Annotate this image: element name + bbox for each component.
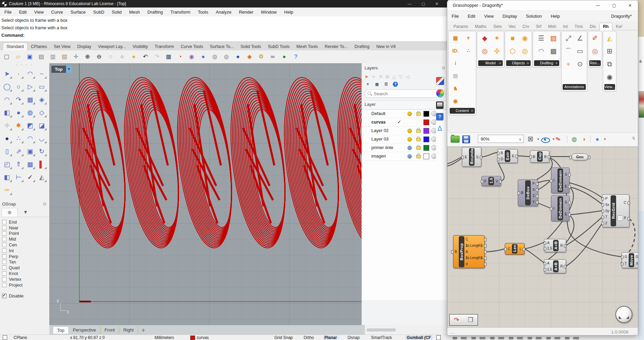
toolbar-tab[interactable]: Visibility [129,43,151,50]
toolbar-tool-icon[interactable]: ○ [118,53,126,61]
tool-palette-icon[interactable]: ◡ [37,133,47,144]
zoom-level-select[interactable]: 90% ∨ [478,135,524,143]
status-bar-pane[interactable]: Grid Snap [274,335,293,340]
tool-palette-icon[interactable]: ◠ [25,68,35,79]
canvas-navigation-ball[interactable] [615,306,632,323]
display-color-tab-icon[interactable] [436,89,444,97]
gh-menu-item[interactable]: Solution [521,14,546,19]
layer-name[interactable]: Layer 02 [371,128,389,133]
tool-palette-icon[interactable]: ▦ [25,159,35,170]
layer-row[interactable]: imagen ✓ [362,152,436,161]
box-tool-icon[interactable]: ❒ [468,316,473,324]
tool-palette-icon[interactable]: ◈ [37,94,47,105]
tool-palette-icon[interactable]: ~ [37,68,47,79]
tool-palette-icon[interactable]: ◠ [25,133,35,144]
toolbar-tool-icon[interactable]: ▤ [37,53,45,61]
ribbon-icon[interactable]: ◭ [605,33,614,43]
osnap-checkbox-item[interactable]: Vertex [2,276,49,282]
gh-category-tab[interactable]: Int [560,23,571,30]
gh-category-tab[interactable]: Srf [532,23,545,30]
osnap-checkbox-item[interactable]: Project [2,282,49,288]
layer-row[interactable]: Default ✓ [362,110,436,118]
ribbon-group-label[interactable]: View... [604,84,615,90]
tool-palette-icon[interactable]: ◰ [2,159,12,170]
ribbon-group-label[interactable]: Objects✛ [506,60,531,66]
toolbar-tool-icon[interactable]: ▥ [49,53,57,61]
layers-horizontal-scrollbar[interactable] [367,328,396,331]
rhino-command-area[interactable]: Select objects to frame with a box Selec… [0,16,448,42]
osnap-checkbox-item[interactable]: Quad [2,265,49,271]
tool-palette-icon[interactable]: ◪ [37,120,47,131]
viewport-title[interactable]: Top [51,66,66,73]
layer-lock-icon[interactable] [416,155,421,158]
tool-palette-icon[interactable]: ↷ [14,94,24,105]
gh-node-cap[interactable]: B Cap B [530,150,549,163]
status-bar-pane[interactable]: Osnap [348,335,359,340]
command-prompt[interactable]: Command: [0,31,448,39]
layer-material-icon[interactable] [431,153,436,159]
layers-tool-icon[interactable]: ☰ [384,82,389,87]
gh-node-addition[interactable]: A1.5 A+B R [544,259,566,273]
open-file-icon[interactable] [451,136,460,143]
ribbon-icon[interactable]: ◎ [480,46,489,56]
layer-lock-icon[interactable] [416,112,421,116]
toolbar-tool-icon[interactable]: ✛ [72,53,80,61]
tool-palette-icon[interactable]: ◇ [37,107,47,118]
tool-palette-icon[interactable]: ● [2,133,12,144]
viewport-title-dropdown[interactable]: ▼ [66,65,72,73]
ribbon-icon[interactable]: ⌒ [564,46,573,56]
osnap-checkbox-item[interactable]: Point [2,231,49,237]
layer-material-icon[interactable] [431,128,436,133]
gh-node-addition[interactable]: A1.5 A+B R [544,239,566,252]
layer-material-icon[interactable] [431,111,436,116]
ribbon-group-label[interactable]: Annotations [563,84,586,90]
status-bar-pane[interactable]: Millimeters [155,335,174,340]
toolbar-tool-icon[interactable]: ▣ [26,53,33,61]
toolbar-tool-icon[interactable]: ◍ [223,53,230,61]
ribbon-icon[interactable]: ▼ [464,33,473,43]
gh-category-tab[interactable]: Rh [599,23,613,30]
ribbon-icon[interactable]: ◎ [520,46,530,56]
toolbar-tab[interactable]: Display [74,43,95,50]
ribbon-icon[interactable]: ✣ [492,46,502,56]
layer-visibility-bulb-icon[interactable] [407,129,412,133]
osnap-checkbox-item[interactable]: Knot [2,271,49,276]
toolbar-tool-icon[interactable]: ⚙ [257,53,265,61]
ribbon-icon[interactable]: ▭ [575,46,585,56]
layer-material-icon[interactable] [431,119,436,125]
chevron-down-icon[interactable]: ▾ [601,135,609,143]
layer-visibility-bulb-icon[interactable] [407,112,412,116]
tool-palette-icon[interactable]: ⇑ [14,159,24,170]
layer-color-swatch[interactable] [423,153,429,159]
layer-row[interactable]: curvas ✓ [362,118,436,127]
display-panel-tab-icon[interactable] [436,101,444,109]
gh-document-menu[interactable]: Dragonfly* [611,14,632,19]
ribbon-icon[interactable]: ◎ [590,46,600,56]
ribbon-icon[interactable]: ◉ [451,96,460,106]
ribbon-icon[interactable]: ✐ [590,33,600,43]
ribbon-icon[interactable]: ☰ [536,33,546,43]
toolbar-tab[interactable]: Surface To... [207,43,237,50]
osnap-disable-checkbox[interactable]: Disable [2,293,49,298]
ribbon-icon[interactable]: ✶ [492,33,502,43]
viewport-tab[interactable]: Front [100,326,119,334]
ribbon-icon[interactable]: ⊞ [605,46,614,56]
status-filter-icon[interactable] [436,335,441,340]
chevron-down-icon[interactable]: ▾ [534,135,542,143]
layer-name[interactable]: Layer 03 [371,136,389,142]
osnap-checkbox-item[interactable]: Cen [2,242,49,248]
ribbon-group-label[interactable]: Content✛ [450,108,475,114]
toolbar-tool-icon[interactable]: ◆ [246,53,253,61]
layer-visibility-bulb-icon[interactable] [407,146,412,150]
ribbon-icon[interactable]: ID. [451,46,460,55]
toolbar-tab[interactable]: Transform [151,43,178,50]
gh-menu-item[interactable]: View [480,14,498,19]
ribbon-icon[interactable]: ⌖ [564,59,573,69]
gh-category-tab[interactable]: Vec [505,23,519,30]
gh-node-geo[interactable]: Geo [571,153,588,160]
toolbar-tool-icon[interactable]: ● [199,53,207,61]
status-bar-pane[interactable]: Ortho [304,335,314,340]
gear-icon[interactable]: ⚙ [43,201,47,207]
tool-palette-icon[interactable]: ➤ [2,68,12,79]
status-more-indicator[interactable]: ... [451,329,454,335]
